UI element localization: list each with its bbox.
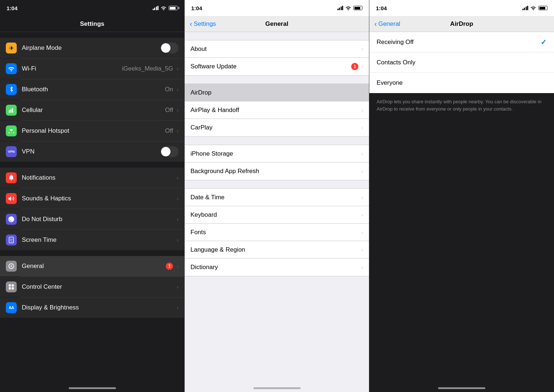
screentime-row[interactable]: Screen Time › (0, 230, 184, 250)
general-badge: 1 (166, 263, 173, 270)
airplay-label: AirPlay & Handoff (190, 107, 361, 114)
sounds-row[interactable]: Sounds & Haptics › (0, 188, 184, 209)
status-time-left: 1:04 (7, 5, 17, 11)
cellular-icon (6, 105, 17, 116)
cellular-row[interactable]: Cellular Off › (0, 100, 184, 120)
wifi-value: iGeeks_Media_5G (122, 65, 173, 72)
dictionary-row[interactable]: Dictionary › (185, 259, 369, 276)
everyone-row[interactable]: Everyone (369, 73, 554, 93)
sounds-label: Sounds & Haptics (22, 195, 175, 202)
receiving-off-row[interactable]: Receiving Off ✓ (369, 32, 554, 52)
language-row[interactable]: Language & Region › (185, 241, 369, 259)
vpn-row[interactable]: VPN VPN (0, 141, 184, 162)
carplay-row[interactable]: CarPlay › (185, 119, 369, 136)
home-indicator-mid (185, 380, 369, 392)
airdrop-chevron: › (361, 90, 363, 96)
softwareupdate-row[interactable]: Software Update 1 › (185, 58, 369, 75)
home-indicator-right (369, 380, 554, 392)
airdrop-row[interactable]: AirDrop › (185, 84, 369, 101)
wifi-chevron: › (177, 66, 178, 72)
language-label: Language & Region (190, 246, 361, 253)
general-chevron: › (177, 263, 178, 269)
bluetooth-row[interactable]: Bluetooth On › (0, 79, 184, 100)
bluetooth-value: On (165, 86, 173, 93)
wifi-label: Wi-Fi (22, 65, 122, 72)
wifi-row[interactable]: Wi-Fi iGeeks_Media_5G › (0, 59, 184, 79)
airplane-mode-row[interactable]: ✈ Airplane Mode (0, 38, 184, 58)
bgrefresh-label: Background App Refresh (190, 168, 361, 175)
back-to-settings[interactable]: ‹ Settings (190, 20, 216, 28)
iphonestorage-row[interactable]: iPhone Storage › (185, 145, 369, 163)
bluetooth-label: Bluetooth (22, 86, 165, 93)
general-row[interactable]: General 1 › (0, 256, 184, 276)
status-icons-left (153, 6, 178, 10)
network-section: ✈ Airplane Mode Wi-Fi iGeeks_Media_5G › (0, 38, 184, 162)
controlcenter-icon (6, 281, 17, 292)
bottom-spacer-mid (185, 276, 369, 291)
hotspot-value: Off (165, 127, 173, 135)
signal-icon-right (522, 6, 529, 10)
back-arrow-mid: ‹ (190, 20, 192, 27)
notifications-row[interactable]: Notifications › (0, 168, 184, 188)
hotspot-chevron: › (177, 128, 178, 134)
svg-point-4 (13, 132, 14, 133)
settings-title: Settings (80, 20, 104, 28)
carplay-chevron: › (361, 125, 363, 131)
general-nav-title: General (265, 20, 288, 28)
vpn-toggle[interactable] (160, 146, 178, 157)
airplane-mode-toggle[interactable] (160, 43, 178, 53)
controlcenter-label: Control Center (22, 283, 175, 291)
iphonestorage-chevron: › (361, 151, 363, 157)
hotspot-row[interactable]: Personal Hotspot Off › (0, 121, 184, 141)
cellular-label: Cellular (22, 107, 165, 114)
home-indicator-left (0, 380, 184, 392)
nav-bar-mid: ‹ Settings General (185, 16, 369, 32)
sounds-chevron: › (177, 196, 178, 201)
airdrop-options-list: Receiving Off ✓ Contacts Only Everyone (369, 32, 554, 93)
svg-rect-10 (9, 287, 11, 289)
sharing-section: AirDrop › AirPlay & Handoff › CarPlay › (185, 84, 369, 137)
airdrop-panel: 1:04 ‹ General AirDrop Receiving Off ✓ (369, 0, 554, 392)
about-row[interactable]: About › (185, 40, 369, 58)
general-panel: 1:04 ‹ Settings General About › (185, 0, 369, 392)
storage-section: iPhone Storage › Background App Refresh … (185, 145, 369, 180)
carplay-label: CarPlay (190, 124, 361, 131)
nav-bar-right: ‹ General AirDrop (369, 16, 554, 32)
vpn-icon: VPN (6, 146, 17, 157)
back-label-right: General (378, 20, 400, 28)
bluetooth-chevron: › (177, 87, 178, 92)
softwareupdate-chevron: › (361, 64, 363, 69)
hotspot-label: Personal Hotspot (22, 127, 165, 135)
cellular-chevron: › (177, 107, 178, 113)
svg-point-7 (11, 265, 12, 267)
fonts-chevron: › (361, 229, 363, 235)
keyboard-label: Keyboard (190, 211, 361, 219)
home-bar-right (438, 387, 485, 389)
svg-rect-1 (11, 109, 12, 113)
airdrop-description-text: AirDrop lets you share instantly with pe… (377, 98, 547, 112)
datetime-row[interactable]: Date & Time › (185, 189, 369, 206)
bgrefresh-chevron: › (361, 168, 363, 174)
airplay-row[interactable]: AirPlay & Handoff › (185, 101, 369, 119)
bgrefresh-row[interactable]: Background App Refresh › (185, 163, 369, 180)
donotdisturb-row[interactable]: Do Not Disturb › (0, 209, 184, 229)
notifications-section: Notifications › Sounds & Haptics › Do No… (0, 168, 184, 250)
contacts-only-row[interactable]: Contacts Only (369, 52, 554, 73)
notifications-label: Notifications (22, 174, 175, 181)
donotdisturb-label: Do Not Disturb (22, 216, 175, 223)
controlcenter-row[interactable]: Control Center › (0, 277, 184, 297)
signal-icon-mid (337, 6, 344, 10)
airdrop-label: AirDrop (190, 89, 361, 96)
displaybrightness-row[interactable]: AA Display & Brightness › (0, 297, 184, 318)
keyboard-row[interactable]: Keyboard › (185, 206, 369, 224)
nav-bar-left: Settings (0, 16, 184, 32)
general-label: General (22, 263, 166, 270)
about-section: About › Software Update 1 › (185, 40, 369, 76)
bottom-spacer (0, 318, 184, 332)
back-to-general[interactable]: ‹ General (374, 20, 400, 28)
fonts-row[interactable]: Fonts › (185, 224, 369, 241)
signal-icon (153, 6, 159, 10)
svg-rect-11 (12, 287, 14, 289)
everyone-label: Everyone (377, 79, 547, 87)
airdrop-list-content: Receiving Off ✓ Contacts Only Everyone A… (369, 32, 554, 380)
